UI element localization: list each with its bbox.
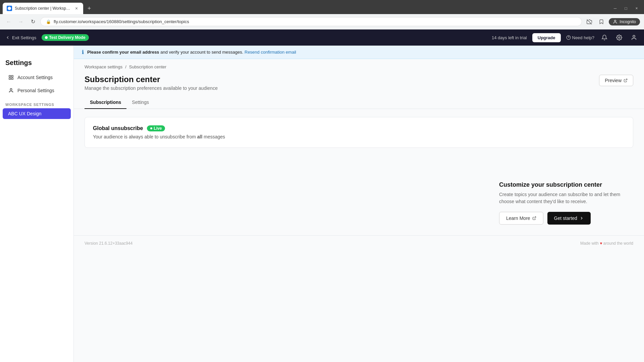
preview-button[interactable]: Preview	[599, 75, 633, 86]
address-bar[interactable]: 🔒 fly.customer.io/workspaces/160880/sett…	[40, 17, 582, 26]
live-badge: Live	[147, 125, 165, 131]
notification-banner: ℹ Please confirm your email address and …	[74, 46, 644, 59]
breadcrumb: Workspace settings / Subscription center	[74, 59, 644, 72]
bell-icon[interactable]	[600, 33, 609, 42]
toolbar-right: Incognito	[585, 17, 640, 26]
svg-rect-10	[11, 78, 13, 79]
settings-icon[interactable]	[614, 33, 624, 42]
app-bar: Exit Settings Test Delivery Mode 14 days…	[0, 29, 644, 46]
exit-settings-label: Exit Settings	[12, 35, 36, 40]
page-header: Subscription center Manage the subscript…	[74, 72, 644, 91]
exit-settings-button[interactable]: Exit Settings	[5, 35, 36, 40]
browser-tabs: Subscription center | Workspac... × + ─ …	[0, 0, 644, 14]
sidebar-item-personal-settings[interactable]: Personal Settings	[3, 84, 71, 97]
card-desc-part2: messages	[202, 134, 225, 139]
window-restore-button[interactable]: □	[621, 4, 631, 13]
card-header: Global unsubscribe Live	[93, 125, 625, 131]
preview-label: Preview	[605, 78, 622, 83]
customize-title: Customize your subscription center	[499, 181, 633, 188]
customize-description: Create topics your audience can subscrib…	[499, 191, 633, 205]
app-bar-right: 14 days left in trial Upgrade Need help?	[492, 33, 639, 42]
sidebar: Settings Account Settings Personal Setti…	[0, 46, 74, 362]
global-unsubscribe-card: Global unsubscribe Live Your audience is…	[85, 117, 633, 148]
learn-more-label: Learn More	[506, 216, 530, 221]
new-tab-button[interactable]: +	[85, 4, 94, 13]
live-dot	[150, 127, 152, 129]
forward-button[interactable]: →	[16, 17, 25, 26]
breadcrumb-current: Subscription center	[129, 64, 166, 69]
svg-point-5	[619, 37, 620, 39]
workspace-item-label: ABC UX Design	[8, 111, 42, 116]
workspace-section-title: WORKSPACE SETTINGS	[0, 97, 73, 108]
customize-actions: Learn More Get started	[499, 212, 633, 225]
incognito-label: Incognito	[620, 19, 636, 24]
card-desc-part1: Your audience is always able to unsubscr…	[93, 134, 197, 139]
main-content: ℹ Please confirm your email address and …	[74, 46, 644, 362]
page-title: Subscription center	[85, 75, 218, 84]
browser-toolbar: ← → ↻ 🔒 fly.customer.io/workspaces/16088…	[0, 14, 644, 29]
breadcrumb-separator: /	[125, 64, 126, 69]
sidebar-item-account-settings[interactable]: Account Settings	[3, 71, 71, 84]
tab-favicon	[7, 6, 12, 11]
settings-title: Settings	[0, 52, 73, 71]
svg-rect-9	[9, 78, 11, 79]
window-close-button[interactable]: ×	[632, 4, 641, 13]
incognito-button[interactable]: Incognito	[609, 18, 640, 25]
breadcrumb-workspace[interactable]: Workspace settings	[85, 64, 122, 69]
svg-line-13	[534, 217, 536, 219]
tab-settings[interactable]: Settings	[126, 96, 154, 109]
test-delivery-label: Test Delivery Mode	[49, 35, 85, 40]
page-header-left: Subscription center Manage the subscript…	[85, 75, 218, 91]
customize-section: Customize your subscription center Creat…	[74, 161, 644, 235]
user-icon[interactable]	[629, 33, 639, 42]
need-help-button[interactable]: Need help?	[566, 35, 595, 40]
notification-text-part2: and verify your account to send messages…	[160, 50, 243, 55]
personal-settings-label: Personal Settings	[17, 88, 54, 93]
tab-title: Subscription center | Workspac...	[15, 6, 71, 11]
heart-icon: ♥	[600, 241, 602, 246]
svg-point-0	[8, 7, 11, 10]
notification-text: Please confirm your email address and ve…	[87, 50, 296, 55]
get-started-button[interactable]: Get started	[547, 212, 591, 225]
window-minimize-button[interactable]: ─	[610, 4, 620, 13]
get-started-label: Get started	[554, 216, 577, 221]
customize-box: Customize your subscription center Creat…	[499, 181, 633, 225]
footer: Version 21.6.12+33aac944 Made with ♥ aro…	[74, 235, 644, 251]
svg-rect-8	[11, 75, 13, 77]
bookmark-icon[interactable]	[597, 17, 606, 26]
account-settings-icon	[8, 74, 14, 80]
live-label: Live	[154, 126, 162, 131]
made-with-text: Made with ♥ around the world	[580, 241, 633, 246]
version-text: Version 21.6.12+33aac944	[85, 241, 132, 246]
account-settings-label: Account Settings	[17, 75, 53, 80]
back-button[interactable]: ←	[4, 17, 13, 26]
test-delivery-badge: Test Delivery Mode	[42, 34, 89, 41]
browser-tab-active[interactable]: Subscription center | Workspac... ×	[3, 3, 83, 14]
confirm-email-text: Please confirm your email address	[87, 50, 159, 55]
tab-subscriptions[interactable]: Subscriptions	[85, 96, 126, 109]
camera-off-icon[interactable]	[585, 17, 594, 26]
svg-point-2	[614, 20, 616, 21]
sidebar-item-abc-ux-design[interactable]: ABC UX Design	[3, 108, 71, 119]
content-area: Global unsubscribe Live Your audience is…	[74, 109, 644, 161]
upgrade-button[interactable]: Upgrade	[532, 33, 561, 42]
svg-line-1	[587, 19, 592, 24]
reload-button[interactable]: ↻	[28, 17, 38, 26]
card-description: Your audience is always able to unsubscr…	[93, 134, 625, 139]
tab-close-button[interactable]: ×	[74, 6, 79, 11]
svg-point-6	[633, 35, 635, 37]
page-subtitle: Manage the subscription preferences avai…	[85, 85, 218, 91]
learn-more-button[interactable]: Learn More	[499, 212, 543, 225]
svg-point-11	[10, 88, 12, 90]
browser-chrome: Subscription center | Workspac... × + ─ …	[0, 0, 644, 29]
card-title: Global unsubscribe	[93, 125, 143, 131]
personal-settings-icon	[8, 87, 14, 94]
url-text: fly.customer.io/workspaces/160880/settin…	[54, 19, 576, 24]
info-icon: ℹ	[82, 49, 84, 55]
need-help-label: Need help?	[572, 35, 595, 40]
app-layout: Settings Account Settings Personal Setti…	[0, 46, 644, 362]
resend-confirmation-link[interactable]: Resend confirmation email	[245, 50, 296, 55]
svg-rect-7	[9, 75, 11, 77]
tabs: Subscriptions Settings	[74, 91, 644, 109]
svg-line-12	[625, 79, 627, 81]
